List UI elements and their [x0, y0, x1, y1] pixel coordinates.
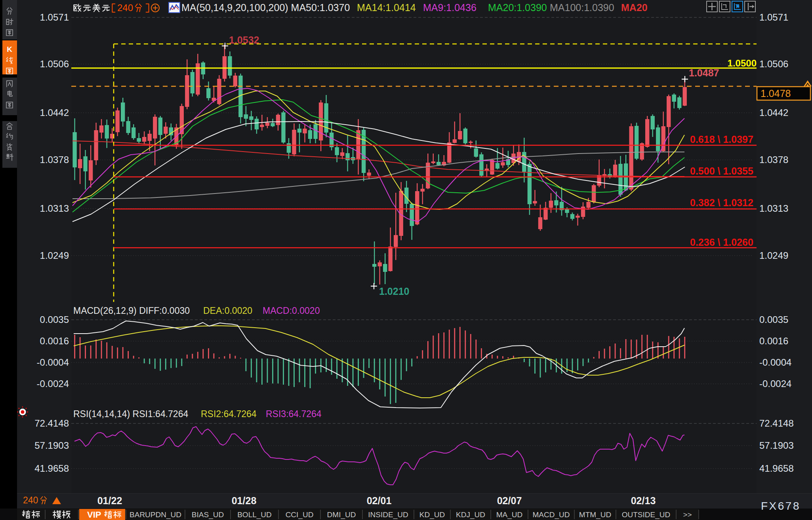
- svg-text:RSI2:64.7264: RSI2:64.7264: [201, 409, 257, 419]
- svg-text:MA20: MA20: [621, 2, 648, 13]
- svg-text:01/22: 01/22: [97, 495, 122, 506]
- svg-text:0.0035: 0.0035: [40, 314, 69, 325]
- svg-text:0.618 \ 1.0397: 0.618 \ 1.0397: [690, 134, 753, 145]
- svg-text:72.4148: 72.4148: [759, 418, 794, 429]
- svg-text:BIAS_UD: BIAS_UD: [192, 511, 224, 519]
- svg-text:DMI_UD: DMI_UD: [327, 511, 356, 519]
- svg-text:MACD:0.0020: MACD:0.0020: [263, 306, 320, 316]
- svg-text:1.0313: 1.0313: [40, 203, 69, 214]
- svg-text:OUTSIDE_UD: OUTSIDE_UD: [622, 511, 670, 519]
- svg-text:KDJ_UD: KDJ_UD: [456, 511, 485, 519]
- svg-text:1.0378: 1.0378: [759, 154, 788, 165]
- svg-text:MA14:1.0414: MA14:1.0414: [357, 2, 416, 13]
- svg-text:KD_UD: KD_UD: [419, 511, 445, 519]
- svg-text:02/01: 02/01: [367, 495, 392, 506]
- svg-text:INSIDE_UD: INSIDE_UD: [368, 511, 408, 519]
- svg-text:1.0378: 1.0378: [40, 154, 69, 165]
- svg-text:DEA:0.0020: DEA:0.0020: [203, 306, 252, 316]
- svg-text:01/28: 01/28: [232, 495, 257, 506]
- svg-text:0.500 \ 1.0355: 0.500 \ 1.0355: [690, 165, 753, 176]
- svg-text:MA100:1.0390: MA100:1.0390: [550, 2, 614, 13]
- svg-text:MA9:1.0436: MA9:1.0436: [423, 2, 477, 13]
- svg-text:-0.0004: -0.0004: [759, 357, 791, 368]
- svg-text:MA20:1.0390: MA20:1.0390: [488, 2, 547, 13]
- svg-text:FX678: FX678: [761, 500, 801, 512]
- svg-text:>>: >>: [683, 511, 692, 519]
- svg-text:1.0442: 1.0442: [40, 107, 69, 118]
- svg-text:1.0478: 1.0478: [761, 88, 791, 99]
- svg-text:1.0532: 1.0532: [229, 34, 259, 46]
- svg-text:1.0500: 1.0500: [728, 58, 757, 68]
- svg-text:CCI_UD: CCI_UD: [286, 511, 314, 519]
- svg-text:1.0210: 1.0210: [379, 286, 409, 297]
- svg-text:1.0313: 1.0313: [759, 203, 788, 214]
- svg-text:1.0506: 1.0506: [40, 59, 69, 69]
- svg-text:02/07: 02/07: [497, 495, 522, 506]
- svg-text:BARUPDN_UD: BARUPDN_UD: [130, 511, 181, 519]
- svg-text:1.0506: 1.0506: [759, 59, 788, 69]
- svg-text:1.0249: 1.0249: [40, 250, 69, 261]
- svg-text:1.0571: 1.0571: [40, 12, 69, 23]
- svg-text:41.9658: 41.9658: [34, 463, 69, 474]
- svg-text:240: 240: [117, 2, 133, 13]
- svg-text:02/13: 02/13: [631, 495, 656, 506]
- svg-text:MA_UD: MA_UD: [496, 511, 523, 519]
- svg-text:72.4148: 72.4148: [34, 418, 69, 429]
- svg-text:MA(50,14,9,20,100,200) MA50:1.: MA(50,14,9,20,100,200) MA50:1.0370: [181, 2, 350, 13]
- svg-text:RSI3:64.7264: RSI3:64.7264: [266, 409, 322, 419]
- svg-text:0.0016: 0.0016: [40, 336, 69, 346]
- svg-text:MTM_UD: MTM_UD: [579, 511, 611, 519]
- svg-text:57.1903: 57.1903: [759, 440, 794, 451]
- svg-text:1.0487: 1.0487: [689, 67, 719, 78]
- svg-text:57.1903: 57.1903: [34, 440, 69, 451]
- svg-text:MACD(26,12,9) DIFF:0.0030: MACD(26,12,9) DIFF:0.0030: [73, 306, 190, 316]
- svg-text:1.0442: 1.0442: [759, 107, 788, 118]
- svg-text:1.0571: 1.0571: [759, 12, 788, 23]
- svg-text:MACD_UD: MACD_UD: [533, 511, 570, 519]
- svg-text:240: 240: [23, 495, 38, 505]
- svg-text:RSI(14,14,14) RSI1:64.7264: RSI(14,14,14) RSI1:64.7264: [73, 409, 188, 419]
- svg-text:1.0249: 1.0249: [759, 250, 788, 261]
- svg-text:0.236 \ 1.0260: 0.236 \ 1.0260: [690, 237, 753, 248]
- svg-text:BOLL_UD: BOLL_UD: [237, 511, 272, 519]
- svg-text:0.382 \ 1.0312: 0.382 \ 1.0312: [690, 197, 753, 208]
- svg-text:-0.0024: -0.0024: [37, 378, 69, 389]
- svg-text:VIP: VIP: [87, 510, 101, 520]
- svg-text:0.0035: 0.0035: [759, 314, 788, 325]
- svg-text:41.9658: 41.9658: [759, 463, 794, 474]
- svg-text:-0.0004: -0.0004: [37, 357, 69, 368]
- svg-text:0.0016: 0.0016: [759, 336, 788, 346]
- svg-text:K: K: [7, 45, 12, 53]
- svg-text:-0.0024: -0.0024: [759, 378, 791, 389]
